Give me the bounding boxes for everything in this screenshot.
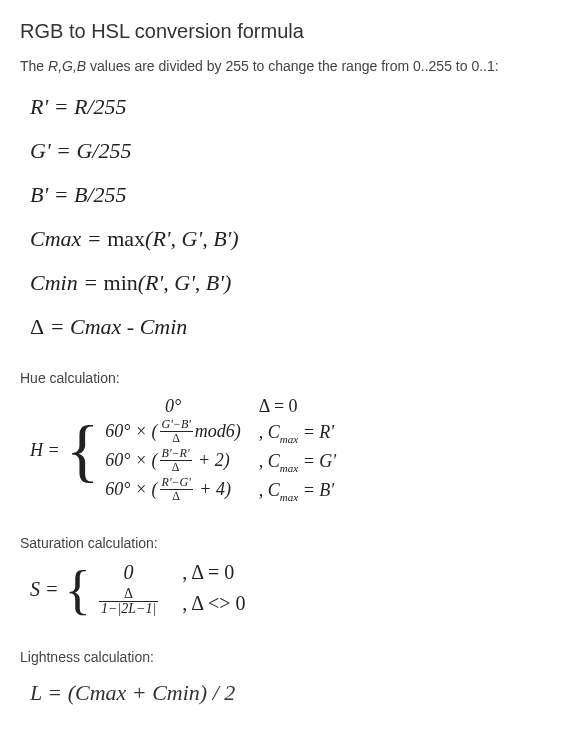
formula-cmin: Cmin = min(R', G', B') — [30, 270, 562, 296]
formula-b-prime: B' = B/255 — [30, 182, 562, 208]
formula-r-prime: R' = R/255 — [30, 94, 562, 120]
formula-delta: Δ = Cmax - Cmin — [30, 314, 562, 340]
lightness-label: Lightness calculation: — [20, 649, 562, 665]
page-title: RGB to HSL conversion formula — [20, 20, 562, 43]
saturation-piecewise: S = { 0 , Δ = 0 Δ1−|2L−1| , Δ <> 0 — [30, 561, 562, 619]
formula-cmax: Cmax = max(R', G', B') — [30, 226, 562, 252]
saturation-label: Saturation calculation: — [20, 535, 562, 551]
intro-text: The R,G,B values are divided by 255 to c… — [20, 58, 562, 74]
hue-label: Hue calculation: — [20, 370, 562, 386]
formula-g-prime: G' = G/255 — [30, 138, 562, 164]
formula-lightness: L = (Cmax + Cmin) / 2 — [30, 680, 562, 706]
hue-piecewise: H = { 0° Δ = 0 60° × (G'−B'Δmod6) , Cmax… — [30, 396, 562, 505]
